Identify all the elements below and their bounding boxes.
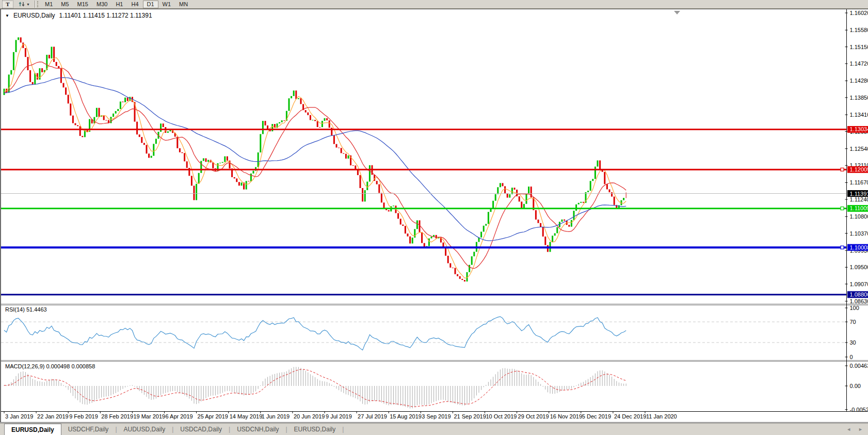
svg-text:1.10008: 1.10008	[850, 244, 868, 251]
svg-text:1.14280: 1.14280	[850, 77, 868, 84]
toolbar-separator	[35, 1, 36, 8]
svg-text:9 Jul 2019: 9 Jul 2019	[326, 413, 352, 420]
svg-text:1.08800: 1.08800	[850, 291, 868, 298]
svg-text:22 Jan 2019: 22 Jan 2019	[37, 413, 69, 420]
svg-text:1.12005: 1.12005	[850, 166, 868, 173]
timeframe-button-m15[interactable]: M15	[73, 1, 92, 8]
timeframe-button-m30[interactable]: M30	[92, 1, 111, 8]
svg-text:70: 70	[850, 319, 856, 325]
price-label-1.10008: 1.10008	[847, 244, 868, 251]
chart-window: 1.160201.155801.151501.147201.142801.138…	[0, 9, 868, 423]
svg-text:20 Jun 2019: 20 Jun 2019	[294, 413, 325, 420]
svg-text:0.00463: 0.00463	[850, 363, 868, 369]
svg-text:-0.00529: -0.00529	[850, 407, 868, 413]
svg-text:1.10800: 1.10800	[850, 213, 868, 220]
svg-text:1.11391: 1.11391	[850, 191, 868, 197]
text-tool-button[interactable]: T	[2, 1, 13, 8]
timeframe-button-mn[interactable]: MN	[175, 1, 192, 8]
svg-text:0.00: 0.00	[850, 383, 861, 389]
price-label-1.11391: 1.11391	[847, 190, 868, 197]
svg-text:1.10370: 1.10370	[850, 230, 868, 237]
svg-text:0: 0	[850, 354, 853, 360]
chevron-down-icon: ▼	[26, 3, 30, 6]
arrows-dropdown-icon	[19, 1, 25, 7]
svg-text:3 Jan 2019: 3 Jan 2019	[5, 413, 33, 420]
svg-text:1.09070: 1.09070	[850, 281, 868, 287]
svg-text:1.15150: 1.15150	[850, 44, 868, 50]
svg-text:21 Sep 2019: 21 Sep 2019	[454, 413, 486, 420]
svg-text:1.16020: 1.16020	[850, 10, 868, 16]
chart-dropdown-icon: ▼	[5, 13, 9, 18]
svg-text:1.11009: 1.11009	[850, 205, 868, 211]
toolbar-grip[interactable]	[37, 1, 39, 7]
chart-quote-label: 1.11401 1.11415 1.11272 1.11391	[59, 12, 152, 19]
svg-text:30: 30	[850, 339, 856, 346]
timeframe-button-d1[interactable]: D1	[143, 1, 158, 8]
chart-tab-4-usdcnh-daily[interactable]: USDCNH,Daily	[230, 424, 285, 435]
svg-text:3 Sep 2019: 3 Sep 2019	[422, 413, 451, 420]
svg-text:28 Feb 2019: 28 Feb 2019	[101, 413, 133, 420]
svg-text:1.09500: 1.09500	[850, 264, 868, 270]
text-tool-icon: T	[6, 1, 9, 7]
svg-text:16 Nov 2019: 16 Nov 2019	[550, 413, 582, 420]
svg-text:14 May 2019: 14 May 2019	[230, 413, 263, 420]
svg-text:1.13850: 1.13850	[850, 95, 868, 101]
svg-text:1.11670: 1.11670	[850, 179, 868, 185]
mt4-application: T ▼ M1M5M15M30H1H4D1W1MN 1.160201.155801…	[0, 0, 868, 435]
timeframe-button-h4[interactable]: H4	[127, 1, 142, 8]
timeframe-button-h1[interactable]: H1	[111, 1, 127, 8]
svg-text:1.12540: 1.12540	[850, 146, 868, 152]
svg-text:1.08630: 1.08630	[850, 298, 868, 304]
svg-text:1.13034: 1.13034	[850, 126, 868, 132]
price-chart-canvas[interactable]: 1.160201.155801.151501.147201.142801.138…	[1, 9, 868, 422]
timeframe-button-m1[interactable]: M1	[41, 1, 57, 8]
tab-scroll-arrows: ◄ ►	[846, 424, 868, 435]
svg-text:9 Feb 2019: 9 Feb 2019	[69, 413, 98, 420]
chart-tabs: EURUSD,DailyUSDCHF,Daily|AUDUSD,Daily|US…	[4, 424, 344, 435]
timeframe-group: M1M5M15M30H1H4D1W1MN	[41, 0, 192, 9]
price-label-1.12005: 1.12005	[847, 166, 868, 173]
chart-title[interactable]: ▼ EURUSD,Daily 1.11401 1.11415 1.11272 1…	[5, 12, 152, 19]
price-label-1.08800: 1.08800	[847, 291, 868, 298]
svg-text:1.11240: 1.11240	[850, 196, 868, 203]
svg-text:1.14720: 1.14720	[850, 60, 868, 67]
timeframe-button-m5[interactable]: M5	[57, 1, 73, 8]
svg-text:6 Apr 2019: 6 Apr 2019	[166, 413, 193, 420]
chart-tab-3-usdcad-daily[interactable]: USDCAD,Daily	[173, 424, 229, 435]
chart-tab-bar: EURUSD,DailyUSDCHF,Daily|AUDUSD,Daily|US…	[0, 423, 868, 435]
tab-separator: |	[342, 424, 344, 435]
svg-text:24 Dec 2019: 24 Dec 2019	[614, 413, 646, 420]
tab-scroll-left-button[interactable]: ◄	[846, 427, 851, 432]
svg-text:1 Jun 2019: 1 Jun 2019	[262, 413, 290, 420]
macd-label: MACD(12,26,9) 0.000498 0.000858	[5, 363, 95, 369]
chart-symbol-label: EURUSD,Daily	[13, 12, 55, 19]
svg-text:15 Aug 2019: 15 Aug 2019	[390, 413, 422, 420]
svg-text:10 Oct 2019: 10 Oct 2019	[486, 413, 517, 420]
price-label-1.11009: 1.11009	[847, 205, 868, 212]
chart-tab-0-eurusd-daily[interactable]: EURUSD,Daily	[4, 424, 61, 435]
svg-text:11 Jan 2020: 11 Jan 2020	[646, 413, 677, 420]
symbols-dropdown-button[interactable]: ▼	[15, 1, 33, 8]
rsi-label: RSI(14) 51.4463	[5, 306, 47, 313]
price-label-1.13034: 1.13034	[847, 126, 868, 133]
toolbar: T ▼ M1M5M15M30H1H4D1W1MN	[0, 0, 868, 9]
timeframe-button-w1[interactable]: W1	[158, 1, 175, 8]
svg-text:5 Dec 2019: 5 Dec 2019	[582, 413, 611, 420]
chart-tab-1-usdchf-daily[interactable]: USDCHF,Daily	[61, 424, 116, 435]
tab-scroll-right-button[interactable]: ►	[858, 427, 863, 432]
svg-text:27 Jul 2019: 27 Jul 2019	[358, 413, 387, 420]
svg-text:25 Apr 2019: 25 Apr 2019	[198, 413, 228, 420]
svg-text:100: 100	[850, 305, 859, 311]
chart-tab-5-eurusd-daily[interactable]: EURUSD,Daily	[287, 424, 343, 435]
svg-text:29 Oct 2019: 29 Oct 2019	[518, 413, 549, 420]
svg-text:1.15580: 1.15580	[850, 27, 868, 33]
svg-text:19 Mar 2019: 19 Mar 2019	[133, 413, 165, 420]
chart-tab-2-audusd-daily[interactable]: AUDUSD,Daily	[117, 424, 172, 435]
svg-text:1.13410: 1.13410	[850, 112, 868, 118]
